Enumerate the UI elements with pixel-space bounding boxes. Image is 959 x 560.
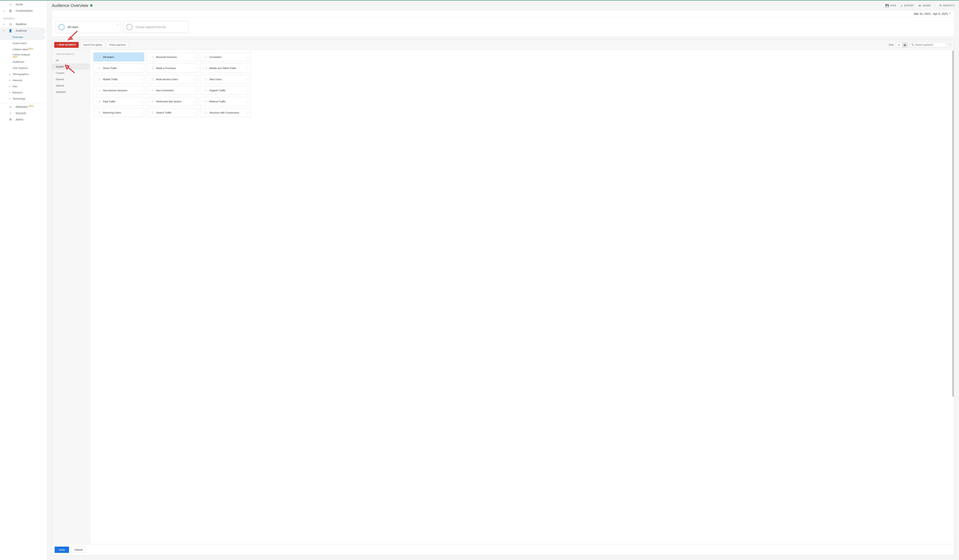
chevron-down-icon[interactable]: ⌄	[247, 56, 249, 58]
chevron-down-icon[interactable]: ⌄	[140, 111, 142, 114]
scrollbar-thumb[interactable]	[952, 51, 954, 396]
segment-tile[interactable]: ⋮⋮☆Made a Purchase⌄	[147, 64, 198, 73]
star-icon[interactable]: ☆	[151, 55, 154, 59]
sidebar-sub-demographics[interactable]: ▸ Demographics	[0, 71, 47, 77]
segment-tile[interactable]: ⋮⋮☆Paid Traffic⌄	[93, 97, 144, 106]
action-label: SHARE	[922, 4, 931, 7]
view-segments-custom[interactable]: Custom	[52, 70, 90, 76]
date-range-picker[interactable]: Mar 31, 2021 - Apr 6, 2021 ▼	[52, 10, 954, 17]
segment-tile[interactable]: ⋮⋮☆Converters⌄	[200, 52, 251, 61]
sidebar-sub-lifetime-value[interactable]: Lifetime ValueBETA	[0, 46, 47, 52]
chevron-down-icon[interactable]: ⌄	[247, 111, 249, 114]
segment-tile[interactable]: ⋮⋮☆Returning Users⌄	[93, 108, 144, 117]
star-icon[interactable]: ☆	[151, 66, 154, 70]
chevron-down-icon[interactable]: ⌄	[247, 100, 249, 103]
star-icon[interactable]: ☆	[151, 77, 154, 81]
star-icon[interactable]: ☆	[205, 88, 207, 92]
segment-card-all-users[interactable]: All Users ⌄	[56, 21, 121, 33]
segment-tile[interactable]: ⋮⋮☆All Users⌄	[93, 52, 144, 61]
sidebar-sub-audiences[interactable]: Audiences	[0, 59, 47, 65]
star-icon[interactable]: ☆	[151, 100, 154, 103]
chevron-down-icon[interactable]: ⌄	[140, 89, 142, 92]
segment-tile[interactable]: ⋮⋮☆New Users⌄	[200, 75, 251, 84]
sidebar-item-realtime[interactable]: ▸ ◷ Realtime	[0, 21, 47, 27]
star-icon[interactable]: ☆	[205, 55, 207, 59]
star-icon[interactable]: ☆	[151, 88, 154, 92]
chevron-down-icon[interactable]: ⌄	[194, 100, 196, 103]
sidebar-item-home[interactable]: ⌂ Home	[0, 1, 47, 8]
apply-button[interactable]: Apply	[55, 547, 69, 553]
star-icon[interactable]: ☆	[98, 66, 101, 70]
chevron-down-icon[interactable]: ⌄	[247, 67, 249, 69]
star-icon[interactable]: ☆	[151, 111, 154, 115]
search-segments-input[interactable]	[910, 42, 946, 48]
segment-tile[interactable]: ⋮⋮☆Non-Converters⌄	[147, 86, 198, 95]
sidebar-sub-cohort-analysis[interactable]: Cohort Analysis BETA	[0, 52, 47, 59]
chevron-down-icon[interactable]: ⌄	[140, 56, 142, 58]
sidebar-item-audience[interactable]: ▾ 👤 Audience	[0, 27, 45, 34]
star-icon[interactable]: ☆	[98, 77, 101, 81]
help-button[interactable]: ?	[948, 43, 952, 47]
star-icon[interactable]: ☆	[205, 77, 207, 81]
sidebar-sub-behavior[interactable]: ▸ Behavior	[0, 89, 47, 95]
chevron-down-icon[interactable]: ⌄	[194, 78, 196, 81]
segment-tile[interactable]: ⋮⋮☆Bounced Sessions⌄	[147, 52, 198, 61]
view-segments-selected[interactable]: Selected	[52, 89, 90, 95]
view-list-button[interactable]: ≡	[896, 42, 902, 48]
segment-tile[interactable]: ⋮⋮☆Performed Site Search⌄	[147, 97, 198, 106]
segment-tile[interactable]: ⋮⋮☆Referral Traffic⌄	[200, 97, 251, 106]
view-segments-starred[interactable]: Starred	[52, 83, 90, 89]
sidebar-sub-interests[interactable]: ▸ Interests	[0, 77, 47, 83]
share-button[interactable]: ≪ SHARE	[918, 4, 930, 7]
scrollbar[interactable]	[952, 50, 954, 544]
segment-tile[interactable]: ⋮⋮☆Sessions with Conversions⌄	[200, 108, 251, 117]
sidebar-sub-user-explorer[interactable]: User Explorer	[0, 65, 47, 71]
chevron-down-icon[interactable]: ⌄	[194, 89, 196, 92]
sidebar-sub-technology[interactable]: ▸ Technology	[0, 95, 47, 102]
insights-button[interactable]: ⟳ INSIGHTS	[940, 4, 954, 7]
view-grid-button[interactable]: ▦	[902, 42, 908, 48]
chevron-down-icon[interactable]: ⌄	[140, 100, 142, 103]
sidebar-sub-geo[interactable]: ▸ Geo	[0, 83, 47, 89]
star-icon[interactable]: ☆	[98, 88, 101, 92]
view-segments-system[interactable]: System	[52, 64, 90, 70]
chevron-down-icon[interactable]: ⌄	[194, 56, 196, 58]
star-icon[interactable]: ☆	[205, 66, 207, 70]
share-segments-button[interactable]: Share segments	[107, 42, 128, 48]
cancel-button[interactable]: Cancel	[71, 547, 86, 553]
segment-tile[interactable]: ⋮⋮☆Mobile Traffic⌄	[93, 75, 144, 84]
segment-tile[interactable]: ⋮⋮☆Non-bounce Sessions⌄	[93, 86, 144, 95]
sidebar-item-admin[interactable]: ⚙ Admin	[0, 116, 47, 123]
segment-tile[interactable]: ⋮⋮☆Organic Traffic⌄	[200, 86, 251, 95]
sidebar-sub-active-users[interactable]: Active Users	[0, 40, 47, 46]
chevron-down-icon[interactable]: ⌄	[194, 111, 196, 114]
chevron-down-icon[interactable]: ⌄	[194, 67, 196, 69]
chevron-down-icon[interactable]: ⌄	[140, 67, 142, 69]
import-from-gallery-button[interactable]: Import from gallery	[81, 42, 105, 48]
segment-tile[interactable]: ⋮⋮☆Multi-session Users⌄	[147, 75, 198, 84]
star-icon[interactable]: ☆	[205, 111, 207, 115]
chevron-down-icon[interactable]: ⌄	[116, 22, 118, 25]
star-icon[interactable]: ☆	[98, 55, 101, 59]
chevron-down-icon[interactable]: ⌄	[247, 89, 249, 92]
chevron-down-icon[interactable]: ⌄	[247, 78, 249, 81]
star-icon[interactable]: ☆	[98, 100, 101, 103]
star-icon[interactable]: ☆	[98, 111, 101, 115]
segment-card-add[interactable]: Choose segment from list	[123, 21, 188, 33]
view-segments-all[interactable]: All	[52, 57, 90, 64]
segment-tile[interactable]: ⋮⋮☆Mobile and Tablet Traffic⌄	[200, 64, 251, 73]
chevron-down-icon[interactable]: ⌄	[140, 78, 142, 81]
save-button[interactable]: 💾 SAVE	[885, 4, 897, 7]
sidebar-sub-label: Overview	[13, 36, 23, 38]
new-segment-button[interactable]: + NEW SEGMENT	[54, 42, 79, 48]
segment-tile[interactable]: ⋮⋮☆Direct Traffic⌄	[93, 64, 144, 73]
sidebar-item-customization[interactable]: ▸ ▥ Customization	[0, 8, 47, 14]
view-segments-shared[interactable]: Shared	[52, 76, 90, 83]
segment-tile[interactable]: ⋮⋮☆Search Traffic⌄	[147, 108, 198, 117]
sidebar-sub-overview[interactable]: Overview	[0, 34, 45, 40]
sidebar-item-attribution[interactable]: ஃ Attribution BETA	[0, 103, 47, 110]
star-icon[interactable]: ☆	[205, 100, 207, 103]
sidebar-item-discover[interactable]: ♀ Discover	[0, 110, 47, 116]
sidebar-label: Audience	[16, 29, 27, 32]
export-button[interactable]: ⤓ EXPORT	[900, 4, 914, 7]
